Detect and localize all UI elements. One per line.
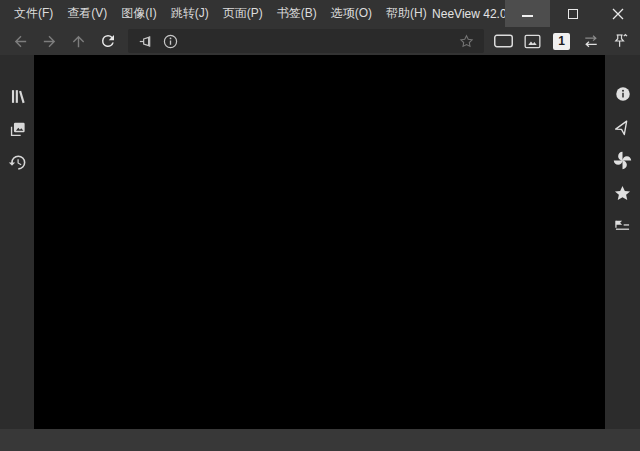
refresh-button[interactable] — [93, 28, 122, 54]
status-bar — [0, 429, 640, 451]
menu-view[interactable]: 查看(V) — [60, 0, 114, 27]
read-direction-button[interactable] — [576, 28, 605, 54]
effect-button[interactable] — [612, 150, 634, 170]
navigator-icon — [614, 118, 632, 136]
image-view-icon — [523, 33, 542, 50]
favorite-star-icon — [458, 33, 475, 50]
window-title: NeeView 42.0 — [432, 7, 507, 21]
close-icon — [612, 8, 624, 20]
menu-jump[interactable]: 跳转(J) — [164, 0, 216, 27]
up-button[interactable] — [64, 28, 93, 54]
bookshelf-icon — [8, 87, 27, 106]
maximize-button[interactable] — [550, 0, 595, 27]
back-button[interactable] — [6, 28, 35, 54]
frame-view-button[interactable] — [489, 28, 518, 54]
bookmark-star-icon — [613, 184, 632, 203]
page-mode-badge: 1 — [553, 33, 570, 50]
playlist-button[interactable] — [612, 216, 634, 236]
close-button[interactable] — [595, 0, 640, 27]
page-list-icon — [8, 120, 27, 139]
panel-pin-icon — [611, 32, 629, 50]
bookmark-button[interactable] — [612, 183, 634, 203]
address-bar[interactable] — [128, 29, 484, 53]
title-bar: 文件(F) 查看(V) 图像(I) 跳转(J) 页面(P) 书签(B) 选项(O… — [0, 0, 640, 27]
toolbar-view-group: 1 — [489, 28, 634, 54]
refresh-icon — [99, 32, 117, 50]
info-circle-icon — [162, 33, 179, 50]
main-area — [0, 55, 640, 429]
minimize-button[interactable] — [505, 0, 550, 27]
playlist-icon — [613, 218, 632, 235]
menu-file[interactable]: 文件(F) — [7, 0, 60, 27]
favorite-button[interactable] — [454, 30, 478, 52]
read-direction-icon — [581, 32, 601, 50]
back-arrow-icon — [12, 33, 29, 50]
forward-button[interactable] — [35, 28, 64, 54]
information-button[interactable] — [612, 84, 634, 104]
menu-image[interactable]: 图像(I) — [114, 0, 163, 27]
up-arrow-icon — [70, 33, 87, 50]
information-icon — [614, 85, 632, 103]
right-panel-rail — [605, 55, 640, 429]
effect-pinwheel-icon — [613, 151, 632, 170]
menu-options[interactable]: 选项(O) — [324, 0, 379, 27]
image-viewer-canvas[interactable] — [34, 55, 605, 429]
maximize-icon — [568, 9, 578, 19]
frame-view-icon — [493, 32, 514, 50]
minimize-icon — [522, 15, 533, 17]
forward-arrow-icon — [41, 33, 58, 50]
menu-bar: 文件(F) 查看(V) 图像(I) 跳转(J) 页面(P) 书签(B) 选项(O… — [0, 0, 434, 27]
image-view-button[interactable] — [518, 28, 547, 54]
history-icon — [8, 153, 27, 172]
navigator-button[interactable] — [612, 117, 634, 137]
info-button[interactable] — [158, 30, 182, 52]
toolbar: 1 — [0, 27, 640, 55]
page-list-button[interactable] — [6, 119, 28, 139]
history-button[interactable] — [6, 152, 28, 172]
menu-bookmark[interactable]: 书签(B) — [270, 0, 324, 27]
panel-pin-button[interactable] — [605, 28, 634, 54]
pin-button[interactable] — [134, 30, 158, 52]
bookshelf-button[interactable] — [6, 86, 28, 106]
menu-page[interactable]: 页面(P) — [216, 0, 270, 27]
left-panel-rail — [0, 55, 34, 429]
window-controls — [505, 0, 640, 27]
page-mode-button[interactable]: 1 — [547, 28, 576, 54]
pin-icon — [138, 33, 155, 50]
menu-help[interactable]: 帮助(H) — [379, 0, 434, 27]
title-zone: NeeView 42.0 — [434, 0, 505, 27]
